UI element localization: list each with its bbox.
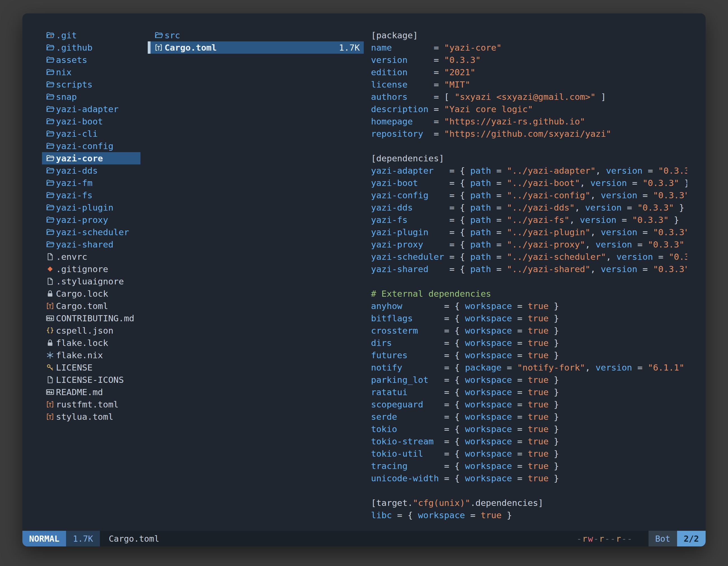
preview-token: = [491,252,507,262]
file-name: yazi-boot [56,116,103,126]
permission-token: r [599,534,605,544]
preview-token: = { [444,313,465,323]
preview-token: = [512,375,528,385]
parent-item-yazi-dds[interactable]: yazi-dds [42,165,140,177]
parent-item-yazi-scheduler[interactable]: yazi-scheduler [42,226,140,238]
file-name: stylua.toml [56,412,113,422]
preview-token: = { [444,448,465,459]
preview-token: true [528,436,549,446]
parent-item-.gitignore[interactable]: .gitignore [42,263,140,275]
preview-token: version [606,166,643,176]
parent-item-yazi-shared[interactable]: yazi-shared [42,238,140,251]
preview-line: name = "yazi-core" [371,41,687,54]
parent-item-.github[interactable]: .github [42,41,140,54]
parent-item-.styluaignore[interactable]: .styluaignore [42,275,140,287]
parent-item-.git[interactable]: .git [42,29,140,41]
preview-token: "../yazi-shared" [507,264,590,274]
parent-item-yazi-fs[interactable]: yazi-fs [42,189,140,201]
selection-marker [148,41,151,54]
preview-token: = [512,325,528,335]
permission-token: r [582,534,588,544]
file-name: Cargo.lock [56,288,108,299]
parent-item-yazi-adapter[interactable]: yazi-adapter [42,103,140,115]
parent-item-yazi-core[interactable]: yazi-core [42,152,140,165]
preview-line: yazi-boot = { path = "../yazi-boot", ver… [371,177,687,189]
parent-item-flake.lock[interactable]: flake.lock [42,337,140,349]
preview-token: = { [444,325,465,335]
preview-token: workspace [465,338,512,348]
preview-token: "0.3.3" [653,190,687,200]
preview-token: true [528,301,549,311]
folder-icon [44,55,56,64]
preview-token: workspace [465,399,512,409]
git-icon [44,265,56,274]
panes-container: .git.githubassetsnixscriptssnapyazi-adap… [22,13,706,531]
file-size: 1.7K [333,43,360,53]
parent-item-yazi-fm[interactable]: yazi-fm [42,177,140,189]
preview-token: = { [444,436,465,446]
preview-token: workspace [465,325,512,335]
preview-token: yazi-fs [371,215,449,225]
parent-item-stylua.toml[interactable]: stylua.toml [42,410,140,423]
file-counter: 2/2 [677,531,706,546]
parent-item-yazi-plugin[interactable]: yazi-plugin [42,201,140,214]
preview-token: } [684,240,687,250]
preview-token: workspace [465,313,512,323]
preview-token: = [632,240,648,250]
parent-item-Cargo.toml[interactable]: Cargo.toml [42,300,140,312]
preview-token: = { [444,461,465,471]
parent-item-.envrc[interactable]: .envrc [42,251,140,263]
selection-marker [148,29,151,41]
current-item-src[interactable]: src [148,29,364,41]
preview-line: license = "MIT" [371,78,687,91]
file-name: .envrc [56,252,87,262]
preview-token: version [585,203,622,213]
preview-token: } [502,510,512,520]
preview-token: true [528,424,549,434]
preview-token: = { [449,252,470,262]
preview-token: = [643,166,658,176]
toml-icon [153,43,165,52]
preview-line: ratatui = { workspace = true } [371,386,687,398]
preview-token: notify [371,362,444,372]
preview-line: edition = "2021" [371,66,687,78]
parent-item-yazi-config[interactable]: yazi-config [42,140,140,152]
folder-icon [44,105,56,114]
parent-item-nix[interactable]: nix [42,66,140,78]
parent-item-snap[interactable]: snap [42,91,140,103]
parent-item-LICENSE-ICONS[interactable]: LICENSE-ICONS [42,373,140,386]
preview-token: description [371,104,434,114]
current-item-Cargo.toml[interactable]: Cargo.toml1.7K [148,41,364,54]
toml-icon [44,412,56,421]
parent-item-yazi-proxy[interactable]: yazi-proxy [42,214,140,226]
parent-item-yazi-cli[interactable]: yazi-cli [42,128,140,140]
parent-item-rustfmt.toml[interactable]: rustfmt.toml [42,398,140,410]
preview-token: = [512,301,528,311]
preview-token: } [549,473,559,483]
preview-token: repository [371,129,434,139]
markdown-icon [44,387,56,396]
preview-token: } [679,178,687,188]
parent-item-assets[interactable]: assets [42,54,140,66]
preview-token: } [549,313,559,323]
preview-token: authors [371,92,434,102]
preview-token: path [470,264,491,274]
preview-token: } [549,301,559,311]
preview-token: "0.3.3" [658,166,687,176]
file-name: yazi-cli [56,129,98,139]
parent-item-cspell.json[interactable]: cspell.json [42,324,140,337]
parent-item-scripts[interactable]: scripts [42,78,140,91]
current-directory-pane: srcCargo.toml1.7K [148,29,364,529]
preview-token: = { [449,227,470,237]
preview-token: "notify-fork" [517,362,585,372]
parent-item-flake.nix[interactable]: flake.nix [42,349,140,361]
parent-item-LICENSE[interactable]: LICENSE [42,361,140,373]
json-icon [44,326,56,335]
parent-item-README.md[interactable]: README.md [42,386,140,398]
parent-item-CONTRIBUTING.md[interactable]: CONTRIBUTING.md [42,312,140,324]
parent-item-yazi-boot[interactable]: yazi-boot [42,115,140,128]
preview-token: tracing [371,461,444,471]
preview-token: parking_lot [371,375,444,385]
file-size-indicator: 1.7K [66,531,100,546]
parent-item-Cargo.lock[interactable]: Cargo.lock [42,287,140,300]
